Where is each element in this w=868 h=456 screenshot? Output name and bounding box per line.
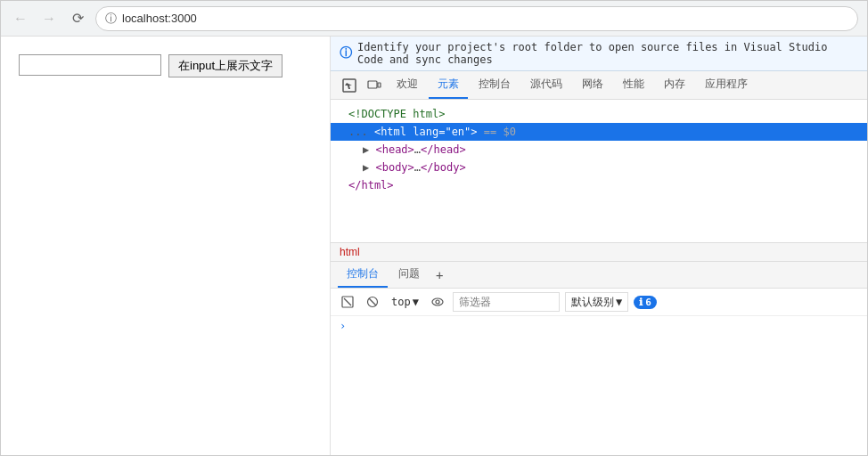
browser-toolbar: ← → ⟳ ⓘ localhost:3000 [1, 1, 867, 37]
top-select-arrow: ▼ [413, 296, 419, 308]
tab-memory[interactable]: 内存 [655, 71, 694, 99]
dom-html-open-tag: <html [374, 126, 413, 138]
info-bar-text: Identify your project's root folder to o… [357, 41, 858, 66]
dom-dots: ... [348, 126, 374, 138]
dom-attr-equals: =" [438, 126, 451, 138]
svg-line-4 [344, 298, 351, 305]
tab-icon-inspect[interactable] [338, 72, 361, 99]
breadcrumb-bar: html [331, 242, 867, 262]
demo-button[interactable]: 在input上展示文字 [168, 54, 283, 77]
demo-input[interactable] [19, 54, 161, 76]
tab-network[interactable]: 网络 [573, 71, 612, 99]
svg-rect-2 [378, 83, 381, 87]
dom-equals: == $0 [478, 126, 516, 138]
tab-icon-devices[interactable] [363, 72, 386, 99]
console-tabs: 控制台 问题 + [331, 262, 867, 289]
info-icon: ⓘ [340, 45, 352, 61]
devtools-tabs: 欢迎 元素 控制台 源代码 网络 性能 内存 应用程序 [331, 71, 867, 100]
dom-attr-close: "> [464, 126, 477, 138]
console-toolbar: top ▼ 默认级别 ▼ ℹ 6 [331, 289, 867, 316]
tab-elements[interactable]: 元素 [429, 71, 468, 99]
dom-tree: <!DOCTYPE html> ... <html lang="en"> == … [331, 100, 867, 242]
console-tab-add[interactable]: + [430, 264, 448, 287]
top-select[interactable]: top ▼ [388, 294, 422, 310]
svg-point-7 [432, 298, 443, 305]
page-area: 在input上展示文字 [1, 37, 331, 455]
level-select-arrow: ▼ [616, 296, 622, 308]
eye-button[interactable] [428, 292, 447, 312]
dom-html-line[interactable]: ... <html lang="en"> == $0 [331, 123, 867, 141]
tab-sources[interactable]: 源代码 [521, 71, 571, 99]
error-badge: ℹ 6 [634, 296, 657, 309]
level-select-label: 默认级别 [571, 295, 614, 310]
console-clear-button[interactable] [338, 292, 357, 312]
svg-rect-1 [368, 81, 377, 88]
devtools-info-bar: ⓘ Identify your project's root folder to… [331, 37, 867, 71]
browser-window: ← → ⟳ ⓘ localhost:3000 在input上展示文字 ⓘ Ide… [0, 0, 868, 456]
svg-point-8 [436, 300, 439, 304]
dom-head-line[interactable]: ▶ <head>…</head> [331, 141, 867, 159]
console-tab-issues[interactable]: 问题 [389, 262, 429, 288]
svg-line-6 [369, 298, 376, 305]
level-select[interactable]: 默认级别 ▼ [565, 292, 628, 312]
tab-welcome[interactable]: 欢迎 [388, 71, 427, 99]
dom-body-arrow[interactable]: ▶ [363, 161, 375, 174]
dom-html-close-tag: </html> [348, 179, 394, 191]
breadcrumb-text: html [340, 246, 360, 258]
top-select-label: top [391, 296, 411, 308]
main-content: 在input上展示文字 ⓘ Identify your project's ro… [1, 37, 867, 455]
doctype-text: <!DOCTYPE html> [348, 108, 445, 120]
console-block-button[interactable] [363, 292, 382, 312]
dom-attr-lang-value: en [452, 126, 464, 138]
dom-body-close-tag: </body> [421, 161, 466, 174]
dom-head-dots: … [414, 143, 421, 156]
dom-doctype: <!DOCTYPE html> [331, 105, 867, 123]
reload-button[interactable]: ⟳ [67, 8, 88, 29]
dom-head-close-tag: </head> [421, 143, 466, 156]
dom-attr-lang: lang [413, 126, 438, 138]
dom-html-close-line: </html> [331, 176, 867, 194]
back-button[interactable]: ← [10, 8, 31, 29]
address-bar-text: localhost:3000 [122, 12, 197, 25]
dom-body-line[interactable]: ▶ <body>…</body> [331, 159, 867, 176]
console-tab-console[interactable]: 控制台 [338, 262, 388, 288]
devtools-panel: ⓘ Identify your project's root folder to… [331, 37, 867, 455]
dom-body-dots: … [414, 161, 421, 174]
dom-head-tag: <head> [375, 143, 414, 156]
address-bar[interactable]: ⓘ localhost:3000 [95, 6, 858, 31]
filter-input[interactable] [453, 292, 560, 312]
console-content: › [331, 316, 867, 455]
forward-button[interactable]: → [38, 8, 60, 29]
error-icon: ℹ [639, 297, 643, 308]
tab-console[interactable]: 控制台 [470, 71, 520, 99]
dom-body-tag: <body> [375, 161, 414, 174]
error-count: 6 [645, 297, 651, 308]
tab-performance[interactable]: 性能 [614, 71, 653, 99]
dom-head-arrow[interactable]: ▶ [363, 143, 375, 156]
address-info-icon: ⓘ [105, 11, 117, 27]
console-chevron[interactable]: › [340, 320, 346, 332]
tab-application[interactable]: 应用程序 [696, 71, 757, 99]
